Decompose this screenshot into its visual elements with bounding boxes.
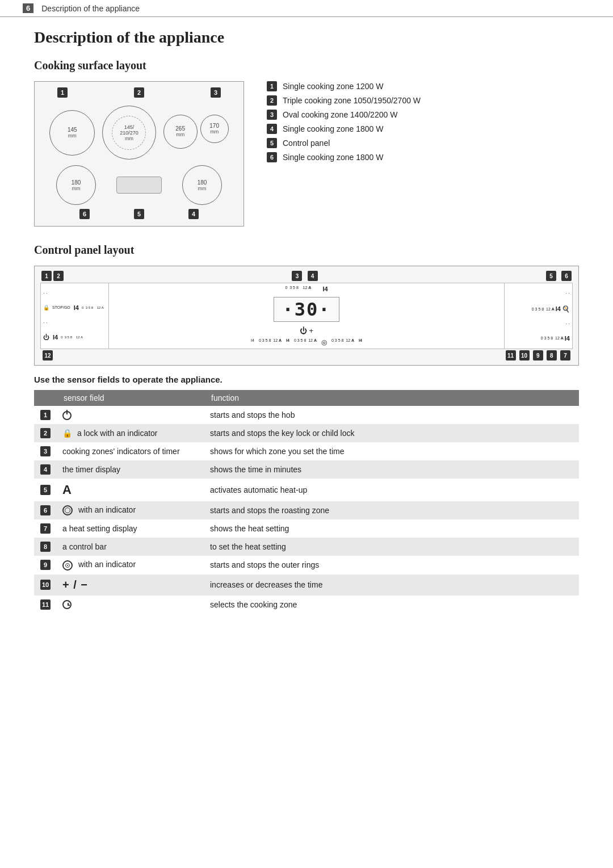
- sensor-instruction: Use the sensor fields to operate the app…: [34, 375, 579, 384]
- burner-4: 180 mm: [182, 165, 222, 205]
- zone-list-item: 5 Control panel: [267, 138, 579, 148]
- target-icon: [62, 560, 73, 571]
- timer-icon: [62, 600, 72, 609]
- lock-icon: 🔒: [62, 429, 72, 438]
- zone-num-3: 3: [211, 87, 221, 98]
- table-row: 2 🔒 a lock with an indicator starts and …: [34, 424, 579, 442]
- col-num: [34, 390, 57, 406]
- sensor-table: sensor field function 1 starts and stops…: [34, 390, 579, 614]
- col-function: function: [204, 390, 579, 406]
- zone-list-item: 3 Oval cooking zone 1400/2200 W: [267, 110, 579, 120]
- cp-left-panel: · · 🔒 STOP/GO I4 0 3 5 8 12 A · · ⏻ I4: [41, 283, 109, 349]
- power-icon: [62, 411, 72, 420]
- table-row: 7 a heat setting display shows the heat …: [34, 519, 579, 538]
- page-number: 6: [23, 3, 33, 13]
- table-row: 3 cooking zones' indicators of timer sho…: [34, 442, 579, 460]
- cp-bottom-numbers: 12 11 10 9 8 7: [40, 349, 573, 360]
- cp-right-panel: · · 0 3 5 8 12 A I4 🍳 · · 0 3 5 8 12 A I…: [504, 283, 572, 349]
- burner-3: 265 mm 170 mm: [163, 115, 229, 151]
- table-row: 4 the timer display shows the time in mi…: [34, 460, 579, 479]
- burner-4-circle: 180 mm: [182, 165, 222, 205]
- table-row: 6 with an indicator starts and stops the…: [34, 501, 579, 519]
- cooktop-burners-top: 145 mm 145/ 210/270 mm: [40, 100, 238, 162]
- cooktop-diagram: 1 2 3 145 mm: [34, 81, 244, 227]
- zone-list-item: 1 Single cooking zone 1200 W: [267, 81, 579, 91]
- zone-num-1: 1: [57, 87, 68, 98]
- cp-top-numbers: 1 2 3 4 5 6: [40, 271, 573, 283]
- sensor-table-header: sensor field function: [34, 390, 579, 406]
- cooking-surface-section: Cooking surface layout 1 2 3 145 mm: [34, 59, 579, 227]
- main-title: Description of the appliance: [34, 28, 579, 47]
- burner-1: 145 mm: [49, 110, 95, 156]
- cp-left-row-1: · ·: [43, 290, 106, 296]
- burner-3a: 265 mm: [163, 115, 198, 149]
- cp-left-row-2: 🔒 STOP/GO I4 0 3 5 8 12 A: [43, 304, 106, 311]
- zone-num-5: 5: [134, 209, 144, 219]
- page-content: Description of the appliance Cooking sur…: [0, 28, 613, 650]
- zone-num-2: 2: [134, 87, 144, 98]
- cooktop-top-numbers: 1 2 3: [40, 87, 238, 100]
- sensor-table-body: 1 starts and stops the hob 2 🔒 a lock wi…: [34, 406, 579, 614]
- sensor-table-header-row: sensor field function: [34, 390, 579, 406]
- zone-list-item: 4 Single cooking zone 1800 W: [267, 124, 579, 134]
- burner-1-circle: 145 mm: [49, 110, 95, 156]
- col-sensor-field: sensor field: [57, 390, 204, 406]
- cooktop-bottom-numbers: 6 5 4: [40, 208, 238, 220]
- burner-2-inner: [112, 116, 146, 150]
- page-header-title: Description of the appliance: [41, 4, 140, 13]
- cp-left-row-4: ⏻ I4 0 3 5 8 12 A: [43, 334, 106, 341]
- roast-icon: [62, 505, 73, 515]
- burner-5: [116, 177, 162, 194]
- table-row: 10 + / − increases or decreases the time: [34, 575, 579, 596]
- zone-num-4: 4: [188, 209, 199, 219]
- zone-list-item: 2 Triple cooking zone 1050/1950/2700 W: [267, 95, 579, 106]
- table-row: 1 starts and stops the hob: [34, 406, 579, 424]
- control-panel-diagram: 1 2 3 4 5 6 · · 🔒 STOP/GO I4 0 3 5 8 12 …: [34, 266, 579, 366]
- cp-left-row-3: · ·: [43, 320, 106, 325]
- control-panel-section: Control panel layout 1 2 3 4 5 6 · · 🔒 S…: [34, 244, 579, 614]
- zone-list: 1 Single cooking zone 1200 W 2 Triple co…: [267, 81, 579, 166]
- page-header: 6 Description of the appliance: [0, 0, 613, 17]
- burner-2-circle: 145/ 210/270 mm: [102, 106, 156, 160]
- burner-6-circle: 180 mm: [56, 165, 96, 205]
- cp-main-panel: · · 🔒 STOP/GO I4 0 3 5 8 12 A · · ⏻ I4: [40, 283, 573, 349]
- table-row: 5 A activates automatic heat-up: [34, 479, 579, 501]
- zone-num-6: 6: [79, 209, 90, 219]
- control-panel-title: Control panel layout: [34, 244, 579, 257]
- burner-6: 180 mm: [56, 165, 96, 205]
- burner-2: 145/ 210/270 mm: [102, 106, 156, 160]
- cp-center-panel: 0 3 5 8 12 A I4 ·30· ⏻ + I4 0 3 5 8 12 A…: [109, 283, 504, 349]
- cp-display: ·30·: [274, 297, 339, 322]
- table-row: 9 with an indicator starts and stops the…: [34, 556, 579, 574]
- cooking-surface-content: 1 2 3 145 mm: [34, 81, 579, 227]
- zone-list-item: 6 Single cooking zone 1800 W: [267, 152, 579, 162]
- control-panel-rect: [116, 177, 162, 194]
- cooktop-burners-bottom: 180 mm 180 mm: [40, 162, 238, 208]
- burner-3b: 170 mm: [200, 115, 229, 143]
- table-row: 8 a control bar to set the heat setting: [34, 538, 579, 556]
- table-row: 11 selects the cooking zone: [34, 596, 579, 614]
- cooking-surface-title: Cooking surface layout: [34, 59, 579, 72]
- big-a-icon: A: [62, 483, 72, 497]
- plus-minus-icon: + / −: [62, 578, 88, 591]
